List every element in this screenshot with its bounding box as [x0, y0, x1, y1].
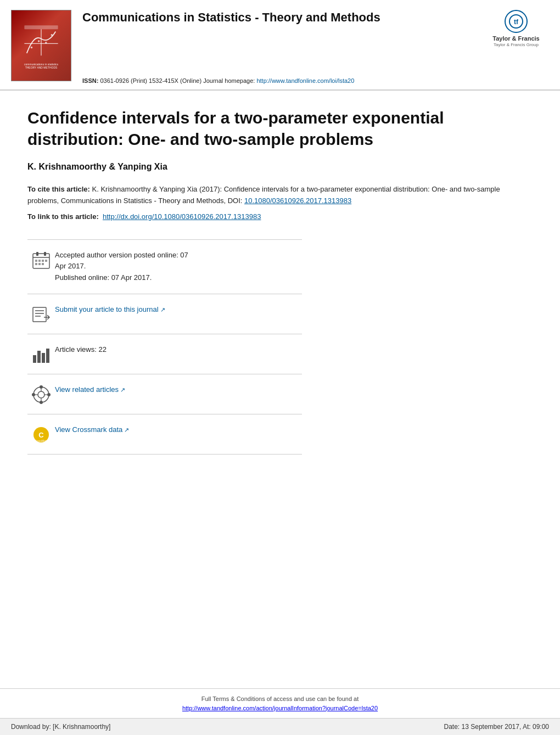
download-label: Download by:: [11, 723, 51, 731]
footer-date: Date: 13 September 2017, At: 09:00: [444, 723, 549, 731]
svg-point-6: [51, 33, 53, 36]
citation-block: To cite this article: K. Krishnamoorthy …: [27, 184, 533, 222]
svg-text:tf: tf: [514, 18, 519, 26]
svg-point-3: [31, 46, 33, 48]
svg-point-31: [40, 401, 43, 404]
svg-rect-16: [45, 260, 47, 262]
date-value: 13 September 2017, At: 09:00: [462, 723, 549, 731]
footer-terms: Full Terms & Conditions of access and us…: [0, 689, 560, 719]
journal-homepage-label: Journal homepage:: [203, 77, 255, 84]
related-link[interactable]: View related articles: [55, 385, 125, 394]
svg-point-33: [47, 393, 51, 396]
svg-rect-12: [44, 252, 46, 256]
date-label: Date:: [444, 723, 460, 731]
tf-logo: tf Taylor & Francis Taylor & Francis Gro…: [483, 10, 549, 47]
related-content: View related articles: [55, 384, 302, 396]
page-header: communications in statisticsTHEORY AND M…: [0, 0, 560, 91]
article-title: Confidence intervals for a two-parameter…: [27, 107, 533, 150]
journal-homepage-link[interactable]: http://www.tandfonline.com/loi/lsta20: [256, 77, 354, 84]
published-line: Published online: 07 Apr 2017.: [55, 273, 152, 282]
related-icon: [27, 385, 55, 404]
views-content: Article views: 22: [55, 344, 302, 356]
accepted-line2: Apr 2017.: [55, 262, 86, 270]
svg-rect-13: [35, 260, 37, 262]
article-link[interactable]: http://dx.doi.org/10.1080/03610926.2017.…: [103, 212, 261, 221]
svg-rect-14: [38, 260, 41, 262]
svg-rect-17: [35, 263, 37, 265]
page-footer: Full Terms & Conditions of access and us…: [0, 688, 560, 735]
accepted-line1: Accepted author version posted online: 0…: [55, 251, 188, 259]
info-sections: Accepted author version posted online: 0…: [27, 239, 302, 455]
views-row: Article views: 22: [27, 334, 302, 374]
svg-text:C: C: [38, 431, 44, 439]
cite-doi-link[interactable]: 10.1080/03610926.2017.1313983: [244, 197, 351, 205]
svg-rect-26: [42, 353, 45, 363]
submit-content: Submit your article to this journal: [55, 304, 302, 316]
issn-online: 1532-415X: [149, 77, 178, 84]
svg-point-29: [38, 391, 44, 398]
footer-bottom-bar: Download by: [K. Krishnamoorthy] Date: 1…: [0, 719, 560, 735]
link-label: To link to this article:: [27, 212, 99, 221]
svg-rect-11: [36, 252, 38, 256]
views-text: Article views: 22: [55, 345, 107, 354]
article-authors: K. Krishnamoorthy & Yanping Xia: [27, 162, 533, 172]
svg-point-32: [32, 393, 35, 396]
accepted-content: Accepted author version posted online: 0…: [55, 250, 302, 284]
terms-line1: Full Terms & Conditions of access and us…: [201, 695, 359, 702]
accepted-row: Accepted author version posted online: 0…: [27, 239, 302, 294]
svg-rect-19: [42, 263, 44, 265]
crossmark-icon: C CrossMark: [27, 425, 55, 444]
related-row: View related articles: [27, 374, 302, 414]
crossmark-text: View Crossmark data: [55, 425, 122, 434]
svg-text:CrossMark: CrossMark: [35, 439, 48, 442]
svg-rect-15: [42, 260, 44, 262]
crossmark-content: View Crossmark data: [55, 424, 302, 436]
crossmark-row: C CrossMark View Crossmark data: [27, 414, 302, 455]
chart-icon: [27, 345, 55, 364]
crossmark-link[interactable]: View Crossmark data: [55, 425, 129, 434]
tf-logo-icon: tf: [505, 10, 528, 33]
svg-rect-24: [33, 355, 36, 363]
tf-logo-text: Taylor & Francis: [492, 35, 539, 42]
journal-title: Communications in Statistics - Theory an…: [82, 10, 380, 26]
related-text: View related articles: [55, 385, 119, 394]
svg-rect-20: [33, 307, 46, 322]
cover-journal-name: communications in statisticsTHEORY AND M…: [24, 63, 58, 70]
terms-url-link[interactable]: http://www.tandfonline.com/action/journa…: [182, 705, 378, 711]
issn-info: ISSN: 0361-0926 (Print) 1532-415X (Onlin…: [82, 77, 549, 84]
svg-rect-0: [24, 25, 58, 29]
calendar-icon: [27, 251, 55, 270]
tf-logo-sub: Taylor & Francis Group: [494, 42, 539, 47]
cite-label: To cite this article:: [27, 185, 90, 193]
svg-rect-27: [46, 349, 49, 363]
issn-print: 0361-0926: [100, 77, 129, 84]
main-content: Confidence intervals for a two-parameter…: [0, 91, 560, 465]
svg-point-30: [40, 385, 43, 389]
svg-point-4: [38, 40, 40, 42]
footer-download: Download by: [K. Krishnamoorthy]: [11, 723, 110, 731]
header-info: Communications in Statistics - Theory an…: [71, 10, 549, 84]
journal-cover: communications in statisticsTHEORY AND M…: [11, 10, 71, 81]
svg-point-5: [45, 41, 47, 43]
submit-icon: [27, 305, 55, 324]
svg-rect-18: [38, 263, 41, 265]
terms-url: http://www.tandfonline.com/action/journa…: [182, 705, 378, 711]
cite-doi: 10.1080/03610926.2017.1313983: [244, 197, 351, 205]
download-value: [K. Krishnamoorthy]: [53, 723, 110, 731]
svg-rect-25: [37, 351, 41, 363]
submit-row: Submit your article to this journal: [27, 294, 302, 334]
submit-text: Submit your article to this journal: [55, 305, 159, 313]
submit-link[interactable]: Submit your article to this journal: [55, 305, 165, 313]
